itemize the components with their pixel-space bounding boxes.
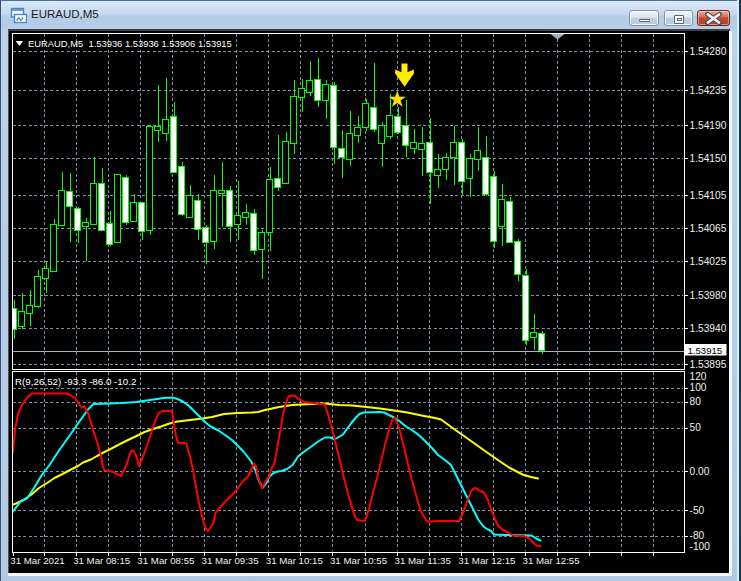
svg-text:31 Mar 08:15: 31 Mar 08:15	[73, 555, 130, 566]
svg-text:1.54025: 1.54025	[690, 256, 727, 267]
svg-text:-50: -50	[690, 505, 705, 516]
svg-text:31 Mar 2021: 31 Mar 2021	[10, 555, 64, 566]
svg-text:31 Mar 12:55: 31 Mar 12:55	[523, 555, 580, 566]
svg-text:31 Mar 12:15: 31 Mar 12:15	[458, 555, 515, 566]
svg-text:0.00: 0.00	[690, 466, 710, 477]
svg-text:31 Mar 11:35: 31 Mar 11:35	[395, 555, 451, 566]
svg-text:31 Mar 10:55: 31 Mar 10:55	[330, 555, 387, 566]
svg-text:-80: -80	[690, 530, 705, 541]
svg-text:1.53980: 1.53980	[690, 290, 727, 301]
svg-text:1.54190: 1.54190	[690, 120, 727, 131]
svg-text:31 Mar 08:55: 31 Mar 08:55	[137, 555, 194, 566]
svg-text:1.54150: 1.54150	[690, 153, 727, 164]
svg-text:120: 120	[690, 371, 707, 382]
svg-text:1.53915: 1.53915	[688, 345, 723, 356]
svg-text:31 Mar 09:35: 31 Mar 09:35	[202, 555, 259, 566]
svg-text:-100: -100	[690, 541, 711, 552]
svg-text:1.54065: 1.54065	[690, 223, 727, 234]
svg-text:1.53940: 1.53940	[690, 323, 727, 334]
svg-text:EURAUD,M5 1.53936 1.53936 1.5: EURAUD,M5 1.53936 1.53936 1.53906 1.5391…	[28, 38, 232, 49]
svg-text:1.53895: 1.53895	[690, 359, 727, 370]
svg-text:80: 80	[690, 396, 702, 407]
svg-text:1.54105: 1.54105	[690, 190, 727, 201]
svg-text:50: 50	[690, 422, 702, 433]
svg-text:R(9,26,52) -93.3 -86.0 -10.2: R(9,26,52) -93.3 -86.0 -10.2	[15, 376, 136, 387]
svg-text:31 Mar 10:15: 31 Mar 10:15	[266, 555, 323, 566]
svg-text:1.54280: 1.54280	[690, 46, 727, 57]
svg-text:100: 100	[690, 382, 707, 393]
svg-text:1.54235: 1.54235	[690, 85, 727, 96]
